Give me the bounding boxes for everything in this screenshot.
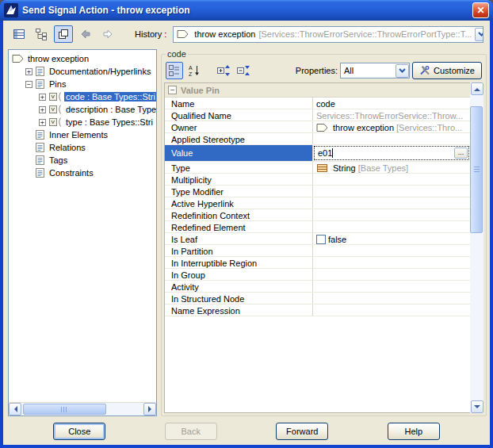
prop-value	[313, 304, 470, 316]
prop-name: Is Leaf	[165, 233, 313, 244]
prop-row-name-expression[interactable]: Name Expression	[165, 304, 470, 316]
prop-name: Type Modifier	[165, 186, 313, 197]
content-area: throw exception+Documentation/Hyperlinks…	[3, 48, 490, 418]
prop-value	[313, 257, 470, 268]
prop-row-in-structured-node[interactable]: In Structured Node	[165, 293, 470, 304]
tree-item-inner-elements[interactable]: Inner Elements	[9, 128, 156, 141]
tree-horizontal-scrollbar[interactable]	[9, 402, 156, 415]
tree-expander-plus[interactable]: +	[39, 106, 46, 113]
table-vertical-scrollbar[interactable]	[470, 82, 483, 413]
scrollbar-thumb[interactable]	[23, 404, 106, 415]
prop-value-text: String	[333, 163, 356, 173]
prop-value[interactable]: e01...	[313, 145, 470, 161]
collapse-all-button[interactable]	[235, 62, 252, 79]
prop-row-multiplicity[interactable]: Multiplicity	[165, 174, 470, 186]
scroll-left-button[interactable]	[9, 403, 21, 415]
tree-expander-minus[interactable]: −	[25, 81, 32, 88]
scroll-down-button[interactable]	[471, 400, 483, 413]
document-icon	[35, 66, 45, 77]
tree-expander-plus[interactable]: +	[39, 119, 46, 126]
footer-button-bar: CloseBackForwardHelp	[3, 418, 490, 445]
tree-item-pins[interactable]: −Pins	[9, 78, 156, 90]
class-icon	[316, 163, 328, 173]
prop-value	[313, 281, 470, 292]
properties-filter-combo[interactable]: All	[340, 63, 410, 78]
tools-icon	[419, 66, 430, 75]
history-combo-dropdown-button[interactable]	[475, 28, 483, 41]
right-panel: code AZ Prope	[161, 49, 487, 416]
prop-name: Active Hyperlink	[165, 197, 313, 209]
tree-item-description-base-type[interactable]: +description : Base Type	[9, 103, 156, 116]
history-label: History :	[135, 29, 166, 39]
back-button: Back	[165, 423, 217, 440]
collapse-section-icon[interactable]: −	[168, 86, 177, 94]
tree-item-documentation-hyperlinks[interactable]: +Documentation/Hyperlinks	[9, 65, 156, 78]
signal-icon	[316, 123, 328, 132]
prop-row-redefinition-context[interactable]: Redefinition Context	[165, 209, 470, 221]
expand-all-button[interactable]	[215, 62, 232, 79]
stack-view-button[interactable]	[54, 25, 73, 43]
prop-value-text: false	[328, 235, 346, 244]
prop-row-is-leaf[interactable]: Is Leaffalse	[165, 233, 470, 245]
prop-name: Name	[165, 98, 313, 109]
history-combo[interactable]: throw exception [Services::ThrowErrorSer…	[173, 26, 483, 43]
scroll-right-button[interactable]	[143, 403, 156, 415]
prop-row-applied-stereotype[interactable]: Applied Stereotype	[165, 133, 470, 145]
customize-button[interactable]: Customize	[412, 62, 482, 79]
tree-expander-plus[interactable]: +	[25, 68, 32, 75]
forward-button[interactable]: Forward	[276, 423, 328, 440]
properties-combo-dropdown-button[interactable]	[396, 64, 409, 78]
close-button[interactable]: ✕	[472, 2, 489, 18]
value-editor[interactable]: e01...	[314, 146, 469, 160]
prop-row-owner[interactable]: Ownerthrow exception [Services::Thro...	[165, 121, 470, 133]
prop-row-in-partition[interactable]: In Partition	[165, 245, 470, 257]
tree-item-label: type : Base Types::Stri	[64, 117, 155, 127]
history-forward-button[interactable]	[98, 25, 117, 43]
tree-item-relations[interactable]: Relations	[9, 141, 156, 154]
prop-row-in-interruptible-region[interactable]: In Interruptible Region	[165, 257, 470, 269]
prop-row-type[interactable]: TypeString [Base Types]	[165, 162, 470, 174]
triangle-left-icon	[11, 406, 17, 412]
scroll-up-button[interactable]	[471, 82, 483, 95]
prop-name: Redefined Element	[165, 221, 313, 232]
tree-view-button[interactable]	[32, 25, 51, 43]
sort-alphabetically-icon: AZ	[188, 64, 201, 77]
tree-item-type-base-types-stri[interactable]: +type : Base Types::Stri	[9, 116, 156, 128]
tree-item-code-base-types-stri[interactable]: +code : Base Types::Stri	[9, 90, 156, 103]
history-back-button[interactable]	[76, 25, 95, 43]
signal-icon	[12, 54, 24, 63]
properties-view-button[interactable]	[10, 25, 29, 43]
prop-value: code	[313, 98, 470, 109]
help-button[interactable]: Help	[388, 423, 440, 440]
prop-row-type-modifier[interactable]: Type Modifier	[165, 186, 470, 197]
history-value: throw exception	[194, 29, 255, 39]
categorized-view-button[interactable]	[166, 62, 183, 79]
prop-name: Multiplicity	[165, 174, 313, 185]
tree-item-tags[interactable]: Tags	[9, 154, 156, 167]
is-leaf-checkbox[interactable]	[316, 235, 326, 244]
customize-button-label: Customize	[434, 66, 475, 75]
scrollbar-thumb[interactable]	[470, 106, 483, 233]
chevron-down-icon	[478, 32, 483, 36]
prop-value[interactable]: false	[313, 233, 470, 244]
prop-row-redefined-element[interactable]: Redefined Element	[165, 221, 470, 233]
tree-item-label: Inner Elements	[48, 130, 109, 140]
close-button[interactable]: Close	[53, 423, 105, 440]
section-header-row[interactable]: − Value Pin	[165, 83, 470, 98]
tree-item-throw-exception[interactable]: throw exception	[9, 52, 156, 65]
prop-name: In Interruptible Region	[165, 257, 313, 268]
prop-row-active-hyperlink[interactable]: Active Hyperlink	[165, 197, 470, 209]
prop-row-qualified-name[interactable]: Qualified NameServices::ThrowErrorServic…	[165, 109, 470, 121]
sort-alphabetically-button[interactable]: AZ	[185, 62, 203, 79]
groupbox-title: code	[166, 49, 188, 59]
prop-row-in-group[interactable]: In Group	[165, 269, 470, 281]
prop-value	[313, 293, 470, 304]
prop-value-text: Services::ThrowErrorService::Throw...	[316, 111, 463, 121]
prop-row-name[interactable]: Namecode	[165, 98, 470, 109]
value-ellipsis-button[interactable]: ...	[454, 147, 468, 159]
tree-item-constraints[interactable]: Constraints	[9, 167, 156, 179]
tree: throw exception+Documentation/Hyperlinks…	[9, 50, 156, 402]
prop-row-activity[interactable]: Activity	[165, 281, 470, 293]
prop-row-value[interactable]: Valuee01...	[165, 145, 470, 162]
tree-expander-plus[interactable]: +	[39, 94, 46, 101]
